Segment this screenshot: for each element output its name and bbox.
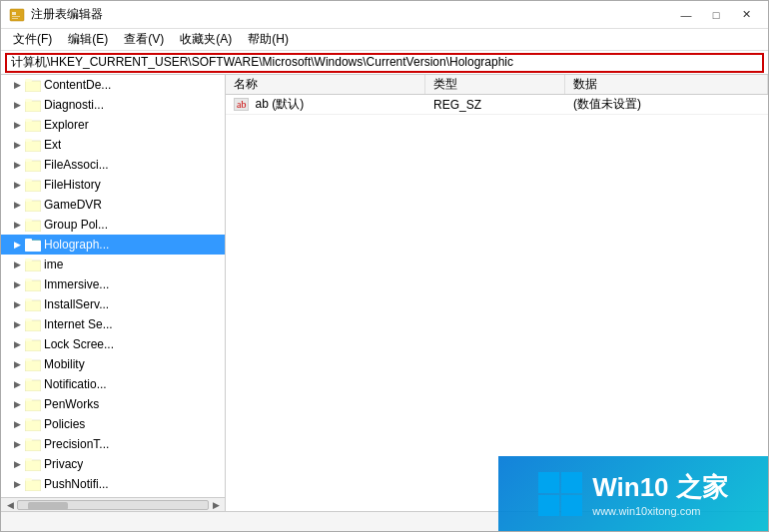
tree-item-precisiont[interactable]: ▶ PrecisionT... bbox=[1, 434, 225, 454]
tree-item-lockscreen[interactable]: ▶ Lock Scree... bbox=[1, 334, 225, 354]
tree-item-filehistory[interactable]: ▶ FileHistory bbox=[1, 175, 225, 195]
svg-rect-42 bbox=[25, 460, 41, 471]
folder-icon-policies bbox=[25, 417, 41, 431]
win-logo-sq-br bbox=[561, 495, 582, 516]
folder-icon-immersive bbox=[25, 277, 41, 291]
tree-scrollbar-h[interactable]: ◀ ▶ bbox=[1, 497, 225, 511]
svg-rect-34 bbox=[25, 380, 41, 391]
menu-view[interactable]: 查看(V) bbox=[116, 29, 172, 50]
tree-item-policies[interactable]: ▶ Policies bbox=[1, 414, 225, 434]
svg-rect-18 bbox=[25, 221, 41, 232]
svg-rect-4 bbox=[25, 81, 41, 92]
svg-rect-25 bbox=[25, 278, 32, 281]
close-button[interactable]: ✕ bbox=[732, 4, 760, 26]
folder-icon-contentde bbox=[25, 78, 41, 92]
folder-icon-precisiont bbox=[25, 437, 41, 451]
svg-rect-44 bbox=[25, 480, 41, 491]
folder-icon-mobility bbox=[25, 357, 41, 371]
folder-icon-grouppol bbox=[25, 218, 41, 232]
expander-explorer: ▶ bbox=[9, 120, 25, 130]
tree-item-contentde[interactable]: ▶ ContentDe... bbox=[1, 75, 225, 95]
expander-grouppol: ▶ bbox=[9, 220, 25, 230]
expander-penworks: ▶ bbox=[9, 399, 25, 409]
svg-rect-12 bbox=[25, 161, 41, 172]
svg-rect-19 bbox=[25, 219, 32, 222]
svg-rect-23 bbox=[25, 259, 32, 262]
tree-item-internets[interactable]: ▶ Internet Se... bbox=[1, 314, 225, 334]
tree-label-mobility: Mobility bbox=[44, 357, 85, 371]
svg-rect-14 bbox=[25, 181, 41, 192]
svg-rect-38 bbox=[25, 420, 41, 431]
registry-icon bbox=[9, 7, 25, 23]
win10-big-text: Win10 之家 bbox=[592, 472, 728, 502]
folder-icon-privacy bbox=[25, 457, 41, 471]
address-input[interactable] bbox=[5, 53, 764, 73]
registry-editor-window: 注册表编辑器 — □ ✕ 文件(F) 编辑(E) 查看(V) 收藏夹(A) 帮助… bbox=[0, 0, 769, 532]
svg-rect-2 bbox=[12, 16, 20, 17]
svg-rect-29 bbox=[25, 318, 32, 321]
expander-ime: ▶ bbox=[9, 260, 25, 269]
svg-rect-33 bbox=[25, 358, 32, 361]
tree-item-penworks[interactable]: ▶ PenWorks bbox=[1, 394, 225, 414]
folder-icon-explorer bbox=[25, 118, 41, 132]
right-panel: 名称 类型 数据 ab ab (默认) RE bbox=[226, 75, 768, 511]
tree-label-lockscreen: Lock Scree... bbox=[44, 337, 114, 351]
tree-item-installserv[interactable]: ▶ InstallServ... bbox=[1, 294, 225, 314]
tree-item-fileassoci[interactable]: ▶ FileAssoci... bbox=[1, 155, 225, 175]
menu-edit[interactable]: 编辑(E) bbox=[60, 29, 116, 50]
tree-label-immersive: Immersive... bbox=[44, 277, 109, 291]
folder-icon-gamedvr bbox=[25, 198, 41, 212]
expander-contentde: ▶ bbox=[9, 80, 25, 90]
svg-rect-15 bbox=[25, 179, 32, 182]
menu-file[interactable]: 文件(F) bbox=[5, 29, 60, 50]
maximize-button[interactable]: □ bbox=[702, 4, 730, 26]
tree-item-gamedvr[interactable]: ▶ GameDVR bbox=[1, 195, 225, 215]
tree-label-penworks: PenWorks bbox=[44, 397, 99, 411]
addressbar bbox=[1, 51, 768, 75]
tree-label-installserv: InstallServ... bbox=[44, 297, 109, 311]
menu-help[interactable]: 帮助(H) bbox=[240, 29, 297, 50]
scrollbar-thumb-h[interactable] bbox=[28, 502, 68, 510]
minimize-button[interactable]: — bbox=[672, 4, 700, 26]
main-content: ▶ ContentDe... ▶ Diagnosti... ▶ bbox=[1, 75, 768, 511]
col-header-name[interactable]: 名称 bbox=[226, 75, 425, 94]
svg-rect-43 bbox=[25, 458, 32, 461]
table-row[interactable]: ab ab (默认) REG_SZ (数值未设置) bbox=[226, 95, 768, 115]
col-header-data[interactable]: 数据 bbox=[565, 75, 768, 94]
tree-item-holographic[interactable]: ▶ Holograph... bbox=[1, 235, 225, 255]
svg-rect-8 bbox=[25, 121, 41, 132]
tree-item-grouppol[interactable]: ▶ Group Pol... bbox=[1, 215, 225, 235]
tree-item-explorer[interactable]: ▶ Explorer bbox=[1, 115, 225, 135]
cell-name-value: ab (默认) bbox=[255, 96, 304, 113]
cell-data-value: (数值未设置) bbox=[573, 97, 641, 111]
tree-item-ime[interactable]: ▶ ime bbox=[1, 255, 225, 274]
tree-label-internets: Internet Se... bbox=[44, 317, 113, 331]
scroll-right-btn[interactable]: ▶ bbox=[209, 500, 223, 510]
folder-icon-lockscreen bbox=[25, 337, 41, 351]
tree-label-diagnostics: Diagnosti... bbox=[44, 98, 104, 112]
svg-rect-17 bbox=[25, 199, 32, 202]
folder-icon-ime bbox=[25, 258, 41, 271]
win10-logo bbox=[538, 472, 582, 516]
folder-icon-filehistory bbox=[25, 178, 41, 192]
menu-favorites[interactable]: 收藏夹(A) bbox=[172, 29, 240, 50]
expander-privacy: ▶ bbox=[9, 459, 25, 469]
watermark-text-group: Win10 之家 www.win10xitong.com bbox=[592, 470, 728, 517]
tree-item-ext[interactable]: ▶ Ext bbox=[1, 135, 225, 155]
cell-data: (数值未设置) bbox=[565, 96, 768, 113]
tree-label-grouppol: Group Pol... bbox=[44, 218, 108, 232]
svg-rect-10 bbox=[25, 141, 41, 152]
scroll-left-btn[interactable]: ◀ bbox=[3, 500, 17, 510]
scrollbar-track-h[interactable] bbox=[17, 500, 209, 510]
table-header: 名称 类型 数据 bbox=[226, 75, 768, 95]
titlebar-left: 注册表编辑器 bbox=[9, 6, 103, 23]
tree-item-notification[interactable]: ▶ Notificatio... bbox=[1, 374, 225, 394]
tree-item-immersive[interactable]: ▶ Immersive... bbox=[1, 274, 225, 294]
svg-rect-26 bbox=[25, 300, 41, 311]
tree-scroll[interactable]: ▶ ContentDe... ▶ Diagnosti... ▶ bbox=[1, 75, 225, 497]
col-header-type[interactable]: 类型 bbox=[425, 75, 565, 94]
tree-item-privacy[interactable]: ▶ Privacy bbox=[1, 454, 225, 474]
tree-item-diagnostics[interactable]: ▶ Diagnosti... bbox=[1, 95, 225, 115]
tree-item-pushnotifi[interactable]: ▶ PushNotifi... bbox=[1, 474, 225, 494]
tree-item-mobility[interactable]: ▶ Mobility bbox=[1, 354, 225, 374]
